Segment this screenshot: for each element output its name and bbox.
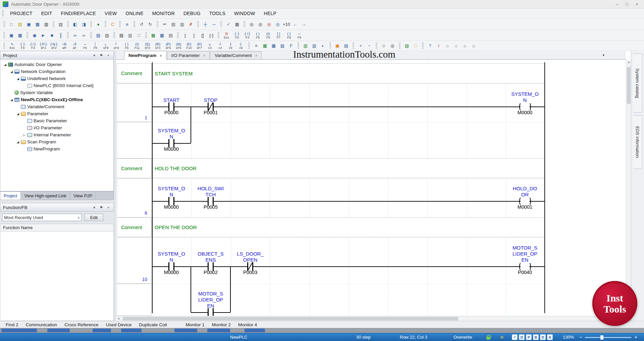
select-tool-button[interactable]: ↖Esc: [7, 41, 17, 51]
falling-edge-button[interactable]: ↓FaF: [69, 41, 80, 51]
print-program-icon[interactable]: ▤: [117, 31, 126, 40]
panel-chip[interactable]: [93, 329, 111, 332]
eds-export-icon[interactable]: ⌂: [461, 42, 469, 50]
nc-contact-button[interactable]: ┤/├F4: [28, 41, 38, 51]
expander-icon[interactable]: ◢: [16, 112, 20, 116]
scroll-up-icon[interactable]: ▲: [626, 60, 631, 65]
device-monitor-icon[interactable]: ▥: [301, 42, 310, 50]
mode-f4-button[interactable]: ┤/├F4: [242, 31, 253, 40]
bottom-tab-communication[interactable]: Communication: [22, 322, 61, 327]
tree-item-newplc-b0s0-internal-cnet[interactable]: NewPLC [B0S0 Internal Cnet]: [0, 82, 113, 89]
edit-mode-icon[interactable]: ▨: [103, 31, 111, 40]
bottom-tab-monitor-2[interactable]: Monitor 2: [208, 322, 234, 327]
tree-item-newplc-xbc-dxxxe-offline[interactable]: ◢NewPLC(XBC-DxxxE)-Offline: [0, 96, 113, 103]
panel-chip[interactable]: [47, 329, 70, 332]
bracket-clear-icon[interactable]: [-]: [207, 31, 216, 40]
redo-icon[interactable]: ↻: [146, 20, 155, 28]
view-program-icon[interactable]: ▦: [233, 20, 241, 28]
bottom-tab-cross-reference[interactable]: Cross Reference: [61, 322, 102, 327]
panel-chip[interactable]: [1, 329, 37, 332]
editor-tab-newprogram[interactable]: NewProgram×: [124, 51, 166, 60]
find-all-icon[interactable]: ◎: [273, 20, 282, 28]
comment-row[interactable]: OPEN THE DOOR: [152, 217, 545, 237]
write-mode-icon[interactable]: ▨: [94, 31, 103, 40]
connect-icon[interactable]: ◉: [30, 31, 39, 40]
editor-tab-variable-comment[interactable]: Variable/Comment×: [210, 51, 262, 59]
closed-coil-button[interactable]: (/)F11: [132, 41, 142, 51]
zoom-in-button[interactable]: +: [635, 333, 637, 341]
mode-f6-button[interactable]: (/)F6: [263, 31, 273, 40]
tree-item-internal-parameter[interactable]: ▷Internal Parameter: [0, 131, 113, 138]
clipboard-icon[interactable]: ▧: [56, 20, 65, 28]
panel-splitter[interactable]: [114, 51, 116, 321]
function-list[interactable]: [0, 231, 114, 321]
zoom-out-icon[interactable]: −: [365, 42, 374, 50]
eds-library-icon[interactable]: ⌂: [443, 42, 452, 50]
device-find-icon[interactable]: ◎: [388, 42, 397, 50]
replace-icon[interactable]: ◎: [265, 20, 273, 28]
bottom-tab-used-device[interactable]: Used Device: [102, 322, 136, 327]
print-preview-icon[interactable]: ▥: [126, 31, 135, 40]
device-window-icon[interactable]: ▦: [158, 31, 166, 40]
minimize-button[interactable]: –: [612, 0, 622, 8]
user-login-icon[interactable]: ☺: [379, 42, 388, 50]
sidebar-tab-view-high-speed-link[interactable]: View High-speed Link: [21, 192, 70, 200]
ess-tool-icon[interactable]: e: [123, 20, 131, 28]
contact-symbol[interactable]: [208, 308, 209, 316]
save-project-icon[interactable]: ▣: [24, 20, 33, 28]
set-coil-button[interactable]: (S)sF3: [142, 41, 153, 51]
eds-import-icon[interactable]: ⌂: [452, 42, 461, 50]
editor-tab-i-o-parameter[interactable]: I/O Parameter×: [167, 51, 210, 59]
find-again-icon[interactable]: ◎: [256, 20, 265, 28]
save-all-icon[interactable]: ▦: [33, 20, 42, 28]
new-window-icon[interactable]: ▣: [7, 31, 16, 40]
zoom-slider-thumb[interactable]: [600, 335, 603, 340]
mode-esc-button[interactable]: REsc: [221, 31, 232, 40]
split-window-icon[interactable]: ▦: [16, 31, 24, 40]
scroll-left-icon[interactable]: ◄: [116, 316, 121, 321]
about-icon[interactable]: i: [434, 42, 443, 50]
mode-f5-button[interactable]: ( )F5: [253, 31, 263, 40]
bottom-tab-find-2[interactable]: Find 2: [2, 322, 22, 327]
expander-icon[interactable]: ◢: [16, 77, 20, 80]
system-catalog-tab[interactable]: System catalog: [633, 54, 642, 113]
bottom-tab-monitor-1[interactable]: Monitor 1: [182, 322, 208, 327]
tree-item-newprogram[interactable]: NewProgram: [0, 145, 113, 152]
expander-icon[interactable]: ◢: [16, 140, 20, 144]
variable-view-icon[interactable]: ▦: [261, 42, 269, 50]
bottom-tab-monitor-4[interactable]: Monitor 4: [234, 322, 261, 327]
special-module-monitor-icon[interactable]: ▥: [310, 42, 319, 50]
forward-icon[interactable]: →: [300, 20, 308, 28]
horizontal-line-button[interactable]: ─F5: [80, 41, 90, 51]
mode-f7-button[interactable]: [ ]F7: [273, 31, 284, 40]
panel-chip[interactable]: [207, 329, 230, 332]
open-project-icon[interactable]: ▤: [16, 20, 24, 28]
pause-icon[interactable]: ║: [56, 31, 65, 40]
status-check-icon[interactable]: ✓: [512, 334, 518, 340]
undo-icon[interactable]: ↺: [137, 20, 146, 28]
new-project-icon[interactable]: □: [7, 20, 16, 28]
vertical-line-button[interactable]: │F6: [90, 41, 101, 51]
extended-function-button[interactable]: {F}sF7: [194, 41, 205, 51]
horizontal-scrollbar[interactable]: ◄ ►: [116, 316, 626, 321]
bracket-close-icon[interactable]: ]: [190, 31, 198, 40]
menu-monitor[interactable]: MONITOR: [148, 8, 179, 18]
menu-project[interactable]: PROJECT: [6, 8, 37, 18]
cut-icon[interactable]: ✂: [160, 20, 169, 28]
tree-item-parameter[interactable]: ◢Parameter: [0, 110, 113, 117]
sidebar-tab-project[interactable]: Project: [0, 192, 21, 200]
status-font-icon[interactable]: A: [547, 334, 553, 340]
goto-step-icon[interactable]: +10: [282, 20, 291, 28]
statement-list-icon[interactable]: ≡: [252, 42, 261, 50]
branch-c5-button[interactable]: ├c5: [225, 41, 236, 51]
panel-pin-icon[interactable]: ⚑: [99, 205, 104, 210]
branch-c3-button[interactable]: ┬c3: [205, 41, 215, 51]
no-contact-button[interactable]: ┤├F3: [17, 41, 28, 51]
check-program-icon[interactable]: ✓: [224, 20, 233, 28]
print-icon[interactable]: ▥: [42, 20, 51, 28]
sidebar-tab-view-p2p[interactable]: View P2P: [70, 192, 96, 200]
copy-icon[interactable]: ▤: [169, 20, 178, 28]
system-window-icon[interactable]: ▤: [166, 31, 175, 40]
tree-item-basic-parameter[interactable]: Basic Parameter: [0, 117, 113, 124]
tree-item-i-o-parameter[interactable]: I/O Parameter: [0, 124, 113, 131]
